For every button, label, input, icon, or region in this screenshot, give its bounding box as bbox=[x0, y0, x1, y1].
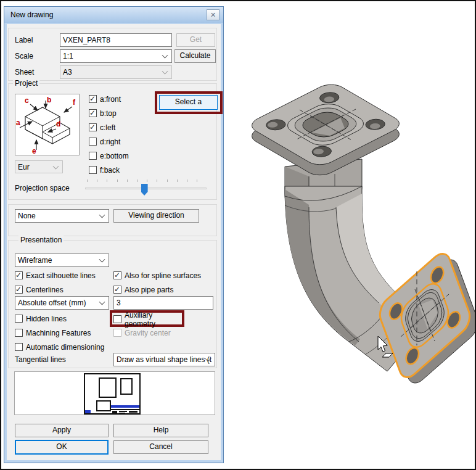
checkbox-icon bbox=[89, 109, 97, 117]
cancel-button[interactable]: Cancel bbox=[113, 440, 208, 454]
view-checkbox-c-left[interactable]: c:left bbox=[89, 123, 115, 132]
checkbox-automatic-dimensioning[interactable]: Automatic dimensioning bbox=[15, 342, 104, 352]
sheet-combo[interactable]: A3 bbox=[60, 65, 172, 79]
offset-value-input[interactable]: 3 bbox=[113, 296, 213, 310]
checkbox-machining-features[interactable]: Machining Features bbox=[15, 328, 91, 337]
viewing-direction-button[interactable]: Viewing direction bbox=[113, 209, 199, 223]
cube-label-c: c bbox=[25, 96, 29, 105]
select-a-button[interactable]: Select a bbox=[159, 95, 218, 110]
preview-titleblock-line bbox=[111, 409, 139, 410]
preview-titleblock-cell bbox=[119, 413, 125, 413]
checkbox-icon bbox=[15, 343, 23, 351]
checkbox-icon bbox=[89, 152, 97, 160]
checkbox-icon bbox=[113, 271, 121, 279]
dialog-title: New drawing bbox=[10, 10, 53, 19]
checkbox-also-spline[interactable]: Also for spline surfaces bbox=[113, 271, 201, 280]
annotation-highlight-auxiliary: Auxiliary geometry bbox=[110, 310, 184, 327]
offset-mode-combo[interactable]: Absolute offset (mm) bbox=[15, 296, 109, 310]
checkbox-icon bbox=[15, 315, 23, 323]
checkbox-icon bbox=[89, 166, 97, 174]
view-checkbox-d-right[interactable]: d:right bbox=[89, 137, 120, 146]
preview-view-rect bbox=[120, 378, 133, 395]
checkbox-icon bbox=[113, 329, 121, 337]
chevron-down-icon bbox=[99, 212, 105, 218]
checkbox-auxiliary-geometry[interactable]: Auxiliary geometry bbox=[113, 315, 182, 324]
projection-space-slider[interactable] bbox=[85, 179, 207, 196]
checkbox-icon bbox=[113, 315, 121, 323]
cube-label-f: f bbox=[73, 98, 76, 107]
help-button[interactable]: Help bbox=[113, 424, 208, 437]
checkbox-centerlines[interactable]: Centerlines bbox=[15, 285, 64, 294]
checkbox-icon bbox=[15, 329, 23, 337]
checkbox-exact-silhouette[interactable]: Exact silhouette lines bbox=[15, 271, 96, 280]
checkbox-icon bbox=[113, 286, 121, 294]
selected-flange[interactable] bbox=[377, 248, 475, 389]
top-flange[interactable] bbox=[245, 81, 406, 179]
get-button[interactable]: Get bbox=[176, 33, 215, 47]
dialog-titlebar[interactable]: New drawing bbox=[4, 7, 223, 23]
close-icon[interactable]: ✕ bbox=[207, 9, 220, 20]
projection-cube-image: c b f a d e bbox=[15, 94, 80, 155]
chevron-down-icon bbox=[162, 68, 168, 75]
cube-label-b: b bbox=[47, 96, 51, 104]
preview-view-rect bbox=[99, 377, 117, 398]
cube-label-d: d bbox=[56, 120, 60, 128]
dialog-client: Label VXEN_PART8 Get Scale 1:1 Calculate… bbox=[7, 24, 221, 460]
preview-titleblock-cell bbox=[129, 411, 137, 413]
preview-titleblock-bar bbox=[111, 405, 139, 408]
checkbox-gravity-center: Gravity center bbox=[113, 328, 171, 337]
presentation-mode-combo[interactable]: Wireframe bbox=[15, 254, 109, 267]
checkbox-icon bbox=[89, 138, 97, 146]
preview-titleblock-cell bbox=[112, 411, 117, 413]
label-input[interactable]: VXEN_PART8 bbox=[60, 33, 172, 47]
annotation-highlight-select-a: Select a bbox=[155, 91, 223, 114]
ok-button[interactable]: OK bbox=[15, 440, 109, 455]
view-checkbox-e-bottom[interactable]: e:bottom bbox=[89, 151, 129, 160]
cube-label-e: e bbox=[32, 147, 36, 155]
checkbox-icon bbox=[89, 123, 97, 131]
chevron-down-icon bbox=[53, 163, 59, 169]
slider-thumb[interactable] bbox=[141, 184, 148, 196]
preview-titleblock-cell bbox=[119, 411, 127, 412]
projection-space-caption: Projection space bbox=[15, 184, 70, 192]
preview-sheet bbox=[84, 373, 141, 414]
checkbox-icon bbox=[89, 95, 97, 103]
cube-label-a: a bbox=[16, 118, 20, 127]
presentation-legend: Presentation bbox=[18, 236, 64, 244]
calculate-button[interactable]: Calculate bbox=[174, 49, 216, 63]
project-legend: Project bbox=[13, 79, 39, 88]
slider-ticks bbox=[87, 179, 206, 182]
view-checkbox-b-top[interactable]: b:top bbox=[89, 109, 117, 118]
drawing-preview bbox=[14, 371, 215, 415]
screenshot-root: New drawing ✕ Label VXEN_PART8 Get Scale… bbox=[0, 0, 476, 470]
scale-combo[interactable]: 1:1 bbox=[60, 49, 172, 63]
view-checkbox-a-front[interactable]: a:front bbox=[89, 94, 121, 104]
chevron-down-icon bbox=[99, 299, 105, 305]
apply-button[interactable]: Apply bbox=[15, 424, 109, 437]
tangential-lines-combo[interactable]: Draw as virtual shape lines (t bbox=[113, 353, 215, 366]
chevron-down-icon bbox=[162, 52, 168, 59]
label-caption: Label bbox=[15, 36, 33, 44]
sheet-caption: Sheet bbox=[15, 68, 34, 76]
scale-caption: Scale bbox=[15, 52, 33, 60]
projection-standard-combo[interactable]: Eur bbox=[15, 160, 63, 173]
chevron-down-icon bbox=[99, 257, 105, 263]
tangential-lines-caption: Tangential lines bbox=[15, 355, 66, 364]
view-checkbox-f-back[interactable]: f:back bbox=[89, 165, 120, 175]
new-drawing-dialog: New drawing ✕ Label VXEN_PART8 Get Scale… bbox=[4, 6, 224, 463]
checkbox-icon bbox=[15, 286, 23, 294]
preview-view-rect bbox=[96, 400, 111, 411]
direction-combo[interactable]: None bbox=[15, 209, 109, 223]
checkbox-also-pipe-parts[interactable]: Also pipe parts bbox=[113, 285, 173, 294]
checkbox-icon bbox=[15, 271, 23, 279]
checkbox-hidden-lines[interactable]: Hidden lines bbox=[15, 314, 67, 323]
model-viewport[interactable] bbox=[225, 1, 475, 469]
preview-corner-chip bbox=[85, 410, 91, 413]
